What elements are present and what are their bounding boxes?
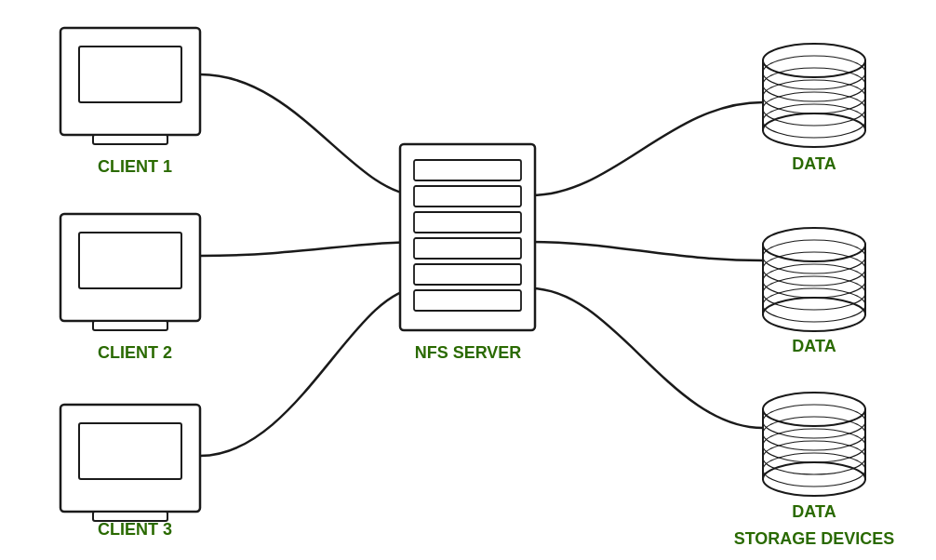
- svg-point-26: [763, 298, 865, 331]
- client1-icon: [60, 28, 200, 144]
- svg-rect-1: [79, 47, 181, 102]
- storage-devices-label: STORAGE DEVICES: [734, 529, 895, 548]
- client3-icon: [60, 405, 200, 521]
- storage3-icon: [763, 393, 865, 496]
- svg-rect-10: [414, 160, 521, 180]
- svg-point-34: [763, 462, 865, 496]
- svg-point-18: [763, 113, 865, 147]
- svg-rect-4: [79, 233, 181, 288]
- svg-rect-5: [93, 321, 167, 330]
- client1-label: CLIENT 1: [98, 157, 172, 176]
- nfs-server-label: NFS SERVER: [415, 343, 522, 362]
- nfs-server-icon: [400, 144, 535, 330]
- storage3-label: DATA: [792, 502, 836, 521]
- storage2-icon: [763, 228, 865, 331]
- svg-rect-15: [414, 290, 521, 311]
- svg-rect-2: [93, 135, 167, 144]
- nfs-diagram: CLIENT 1 CLIENT 2 CLIENT 3 NFS SERVER: [0, 0, 936, 560]
- client3-label: CLIENT 3: [98, 520, 172, 539]
- storage1-icon: [763, 44, 865, 147]
- svg-rect-11: [414, 186, 521, 207]
- svg-rect-14: [414, 264, 521, 285]
- storage1-label: DATA: [792, 154, 836, 173]
- svg-rect-12: [414, 212, 521, 233]
- client2-label: CLIENT 2: [98, 343, 172, 362]
- client2-icon: [60, 214, 200, 330]
- svg-rect-13: [414, 238, 521, 259]
- storage2-label: DATA: [792, 337, 836, 355]
- svg-rect-7: [79, 423, 181, 479]
